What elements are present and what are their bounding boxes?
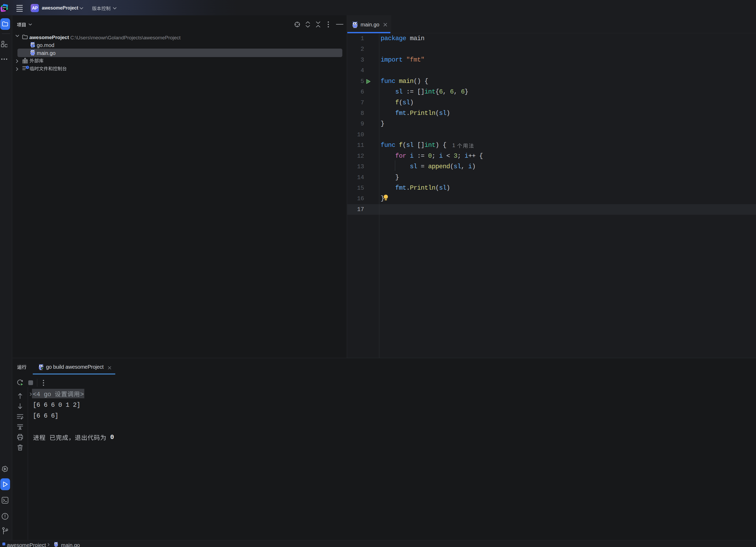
svg-text:GO: GO (3, 6, 6, 9)
